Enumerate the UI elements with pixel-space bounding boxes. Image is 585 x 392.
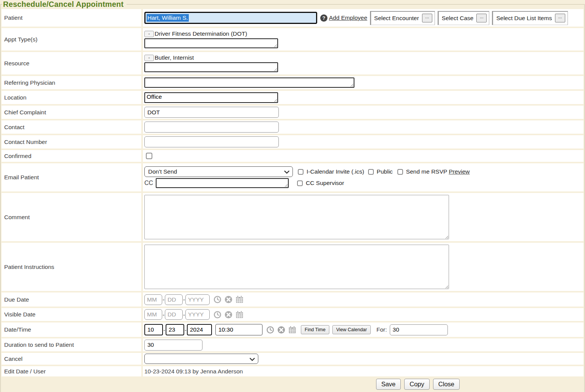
- edit-date-user-field: 10-23-2024 09:13 by Jenna Anderson: [143, 366, 583, 376]
- page-title: Reschedule/Cancel Appointment: [2, 0, 126, 9]
- email-send-select[interactable]: Don't Send: [144, 166, 293, 177]
- appt-type-selected-text: Driver Fitness Determination (DOT): [155, 30, 247, 37]
- email-send-selected-option: Don't Send: [148, 168, 177, 175]
- copy-button[interactable]: Copy: [404, 379, 430, 390]
- confirmed-checkbox[interactable]: [146, 153, 152, 159]
- clear-icon[interactable]: [224, 295, 233, 304]
- contact-number-field: [143, 135, 583, 149]
- cc-input[interactable]: [156, 178, 289, 188]
- save-button[interactable]: Save: [376, 379, 401, 390]
- date-time-label: Date/Time: [2, 322, 141, 337]
- confirmed-field: [143, 150, 583, 162]
- remove-resource-button[interactable]: -: [144, 55, 154, 61]
- date-time-day-input[interactable]: [166, 324, 184, 335]
- visible-date-day-input[interactable]: [165, 309, 183, 320]
- clear-icon[interactable]: [224, 310, 233, 319]
- appt-type-search-input[interactable]: [144, 38, 278, 48]
- select-encounter-ellipsis-button[interactable]: ...: [422, 14, 432, 22]
- view-calendar-button[interactable]: View Calendar: [332, 325, 371, 334]
- confirmed-label: Confirmed: [2, 150, 141, 162]
- find-time-button[interactable]: Find Time: [301, 325, 329, 334]
- comment-field: [143, 193, 583, 241]
- select-encounter-label: Select Encounter: [374, 15, 419, 22]
- for-duration-input[interactable]: [390, 324, 448, 335]
- contact-input[interactable]: [144, 122, 279, 133]
- appt-types-field: - Driver Fitness Determination (DOT): [143, 28, 583, 51]
- duration-input[interactable]: [144, 340, 202, 351]
- location-label: Location: [2, 91, 141, 104]
- calendar-icon[interactable]: [235, 310, 244, 319]
- contact-label: Contact: [2, 120, 141, 134]
- contact-number-input[interactable]: [144, 136, 279, 147]
- select-case-box: Select Case ...: [438, 11, 490, 25]
- contact-number-label: Contact Number: [2, 135, 141, 149]
- referring-physician-input[interactable]: [144, 77, 354, 88]
- date-separator: -: [185, 327, 187, 333]
- cc-supervisor-checkbox[interactable]: [297, 180, 303, 186]
- email-patient-field: Don't Send I-Calendar Invite (.ics) Publ…: [143, 163, 583, 191]
- remove-appt-type-button[interactable]: -: [144, 31, 154, 37]
- calendar-icon[interactable]: [288, 326, 297, 334]
- help-icon[interactable]: ?: [320, 14, 327, 22]
- resource-label: Resource: [2, 52, 141, 74]
- patient-input[interactable]: Hart, William S.: [144, 12, 317, 24]
- reschedule-cancel-form: Reschedule/Cancel Appointment Patient Ha…: [0, 0, 585, 392]
- appt-types-label: Appt Type(s): [2, 28, 141, 51]
- resource-search-input[interactable]: [144, 62, 278, 72]
- duration-label: Duration to send to Patient: [2, 338, 141, 351]
- due-date-day-input[interactable]: [165, 294, 183, 305]
- due-date-month-input[interactable]: [144, 294, 162, 305]
- due-date-year-input[interactable]: [185, 294, 210, 305]
- date-separator: -: [163, 296, 164, 303]
- chevron-down-icon: [250, 356, 255, 362]
- visible-date-year-input[interactable]: [185, 309, 210, 320]
- duration-field: [143, 338, 583, 351]
- cc-supervisor-label: CC Supervisor: [306, 180, 344, 187]
- edit-date-user-label: Edit Date / User: [2, 366, 141, 376]
- select-case-label: Select Case: [442, 15, 474, 22]
- cc-label: CC: [144, 180, 153, 187]
- public-label: Public: [377, 168, 393, 175]
- send-me-rsvp-label: Send me RSVP: [406, 168, 447, 175]
- ical-invite-checkbox[interactable]: [298, 169, 304, 175]
- date-time-year-input[interactable]: [187, 324, 212, 335]
- edit-date-user-value: 10-23-2024 09:13 by Jenna Anderson: [144, 368, 243, 375]
- chief-complaint-input[interactable]: [144, 107, 279, 118]
- comment-label: Comment: [2, 193, 141, 241]
- clock-icon[interactable]: [213, 310, 222, 319]
- date-time-time-input[interactable]: [215, 324, 262, 335]
- visible-date-label: Visible Date: [2, 308, 141, 321]
- comment-input[interactable]: [144, 195, 449, 239]
- public-checkbox[interactable]: [368, 169, 374, 175]
- location-input[interactable]: Office: [144, 92, 278, 103]
- cancel-field: [143, 353, 583, 365]
- preview-link[interactable]: Preview: [449, 168, 470, 175]
- due-date-label: Due Date: [2, 292, 141, 307]
- patient-instructions-field: [143, 243, 583, 291]
- close-button[interactable]: Close: [433, 379, 460, 390]
- clear-icon[interactable]: [277, 326, 286, 334]
- cancel-reason-select[interactable]: [144, 354, 258, 364]
- date-time-month-input[interactable]: [144, 324, 163, 335]
- visible-date-month-input[interactable]: [144, 309, 162, 320]
- date-separator: -: [163, 311, 164, 318]
- select-due-list-label: Select Due List Items: [496, 15, 552, 22]
- select-encounter-box: Select Encounter ...: [370, 11, 435, 25]
- patient-instructions-input[interactable]: [144, 245, 449, 289]
- calendar-icon[interactable]: [235, 295, 244, 304]
- location-field: Office: [143, 91, 583, 104]
- add-employee-link[interactable]: Add Employee: [329, 14, 367, 21]
- email-patient-label: Email Patient: [2, 163, 141, 191]
- due-date-field: - -: [143, 292, 583, 307]
- for-label: For:: [376, 326, 387, 333]
- resource-selected-text: Butler, Internist: [155, 54, 194, 61]
- clock-icon[interactable]: [213, 295, 222, 304]
- select-due-list-ellipsis-button[interactable]: ...: [555, 14, 565, 22]
- select-due-list-box: Select Due List Items ...: [492, 11, 568, 25]
- select-case-ellipsis-button[interactable]: ...: [476, 14, 487, 22]
- contact-field: [143, 120, 583, 134]
- patient-label: Patient: [2, 9, 141, 27]
- referring-physician-field: [143, 76, 583, 89]
- clock-icon[interactable]: [266, 326, 275, 334]
- send-me-rsvp-checkbox[interactable]: [397, 169, 403, 175]
